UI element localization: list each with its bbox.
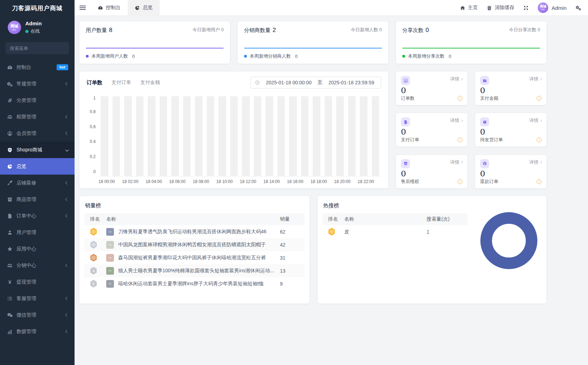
chevron-left-icon (65, 313, 69, 317)
sidebar-item-store-design[interactable]: 店铺装修 (0, 175, 75, 191)
sidebar-item-wechat[interactable]: 微信管理 (0, 307, 75, 323)
search-count: 1 (425, 229, 467, 235)
detail-link[interactable]: 详情 (450, 117, 462, 124)
sidebar-menu: 控制台 hot 常规管理 分类管理 权限管理 会员管理 (0, 59, 75, 340)
chart-bar (372, 96, 379, 176)
sidebar-item-permissions[interactable]: 权限管理 (0, 109, 75, 125)
sidebar-item-products[interactable]: 商品管理 (0, 191, 75, 208)
info-icon[interactable]: i (458, 179, 462, 184)
info-icon[interactable]: i (537, 137, 542, 142)
chart-tab-paid-amount[interactable]: 支付金额 (140, 79, 160, 86)
date-range-picker[interactable]: 2025-01-18 00:00:00 至 2025-01-18 23:59:5… (250, 77, 381, 89)
product-thumbnail (106, 280, 114, 288)
settings-gears-icon[interactable] (576, 5, 581, 11)
chevron-right-icon (460, 161, 463, 163)
menu-search-input[interactable] (10, 46, 72, 51)
sidebar-user-block: 商城 B2C Admin 在线 (0, 16, 75, 39)
paid-orders-value: 0 (401, 127, 462, 136)
tab-overview[interactable]: 总览 (128, 0, 160, 16)
chart-tab-orders[interactable]: 订单数 (87, 79, 102, 86)
date-start[interactable]: 2025-01-18 00:00:00 (263, 80, 314, 85)
x-tick-label: 18 22:00 (358, 179, 374, 184)
sidebar-item-overview[interactable]: 总览 (0, 158, 75, 175)
sidebar-item-members[interactable]: 会员管理 (0, 125, 75, 142)
refunds-value: 0 (480, 169, 542, 178)
sidebar-item-apps[interactable]: 应用中心 (0, 241, 75, 257)
summary-card-shares: 分享次数0 今日分享次数 0 本周新增分享次数 0 (396, 21, 547, 64)
paid-amount-value: 0 (480, 86, 542, 95)
after-sales-value: 0 (401, 169, 462, 178)
sidebar-item-dashboard[interactable]: 控制台 hot (0, 59, 75, 76)
date-separator: 至 (318, 79, 322, 86)
sidebar-item-distribution[interactable]: 分销中心 (0, 257, 75, 274)
bar-chart-icon (7, 329, 13, 334)
fullscreen-icon[interactable] (523, 5, 529, 11)
x-tick-label: 18 10:00 (216, 179, 233, 184)
x-tick-label: 18 16:00 (287, 179, 303, 184)
product-thumbnail (106, 267, 114, 275)
info-icon[interactable]: i (458, 96, 462, 101)
gauge-icon (7, 65, 13, 70)
tab-dashboard[interactable]: 控制台 (91, 0, 128, 16)
date-end[interactable]: 2025-01-18 23:59:59 (326, 80, 377, 85)
sidebar-item-data[interactable]: 数据管理 (0, 323, 75, 340)
chart-bar (325, 96, 332, 176)
info-icon[interactable]: i (537, 96, 542, 101)
chevron-left-icon (65, 132, 69, 135)
chart-tab-paid-orders[interactable]: 支付订单 (111, 79, 131, 86)
sidebar-item-general[interactable]: 常规管理 (0, 76, 75, 92)
list-icon (7, 296, 13, 301)
pie-chart-icon (135, 5, 140, 11)
info-icon[interactable]: i (537, 179, 542, 184)
chart-bar (277, 96, 285, 176)
admin-menu[interactable]: 商城 B2C Admin (538, 2, 567, 13)
stat-cards-grid: 详情 0 订单数 i 详情 0 (396, 72, 547, 188)
table-row: 4 猫人男士睡衣男夏季100%纯棉薄款圆领套头短袖套装男ins潮休闲运动... … (84, 264, 305, 277)
sidebar-item-withdrawal[interactable]: ¥ 提现管理 (0, 274, 75, 290)
sidebar-item-service[interactable]: 客服管理 (0, 290, 75, 307)
detail-link[interactable]: 详情 (450, 159, 462, 165)
chart-bar (195, 96, 203, 176)
clear-cache-button[interactable]: 清除缓存 (487, 5, 514, 11)
table-row: 中国风龙图案棒球帽男潮牌休闲鸭舌帽女潮流百搭防晒遮阳太阳帽子 42 (84, 238, 305, 251)
sidebar-item-shopro[interactable]: Shopro商城 (0, 142, 75, 158)
gauge-icon (98, 5, 103, 11)
sales-value: 31 (279, 255, 305, 261)
menu-toggle-icon[interactable] (75, 0, 91, 16)
chevron-left-icon (65, 115, 69, 119)
home-button[interactable]: 主页 (460, 5, 478, 11)
today-new-users: 今日新增用户 0 (192, 27, 224, 33)
user-status: 在线 (25, 28, 42, 34)
gold-medal-icon (90, 228, 97, 236)
product-thumbnail (106, 228, 114, 236)
detail-link[interactable]: 详情 (529, 76, 542, 82)
document-icon (7, 213, 13, 219)
detail-link[interactable]: 详情 (450, 76, 462, 82)
chart-bar (207, 96, 215, 176)
chart-bar (124, 96, 132, 176)
chart-bar (301, 96, 309, 176)
detail-link[interactable]: 详情 (529, 117, 542, 124)
bar-chart-icon (401, 76, 410, 85)
pie-chart-icon (7, 164, 13, 169)
stat-card-after-sales: 详情 0 售后维权 i (396, 155, 467, 188)
sidebar-item-orders[interactable]: 订单中心 (0, 208, 75, 224)
info-icon[interactable]: i (458, 137, 462, 142)
detail-link[interactable]: 详情 (529, 159, 542, 165)
table-row: 5 嘻哈休闲运动套装男士夏季潮牌ins胖子大码青少年男装短袖短袖t恤 9 (84, 277, 305, 290)
rank-badge: 4 (90, 267, 97, 275)
stat-card-refunds: 详情 0 退款订单 i (475, 155, 547, 188)
sidebar-item-category[interactable]: 分类管理 (0, 92, 75, 109)
avatar[interactable]: 商城 B2C (8, 21, 21, 34)
chevron-right-icon (460, 119, 463, 122)
x-tick-label: 18 12:00 (240, 179, 256, 184)
menu-search (6, 42, 69, 54)
sidebar-item-users[interactable]: 用户管理 (0, 224, 75, 241)
archive-box-icon (7, 197, 13, 202)
bronze-medal-icon (90, 254, 97, 262)
chart-bar (230, 96, 238, 176)
topbar: 控制台 总览 主页 清除缓存 商城 B2C (75, 0, 588, 16)
chevron-right-icon (539, 78, 542, 80)
y-axis-labels: 10.80.60.40.20 (87, 96, 98, 176)
rankings-row: 销量榜 排名 名称 销量 刀锋男鞋夏季透气防臭飞织运动鞋男潮流百搭休闲网面跑步鞋… (79, 196, 547, 304)
